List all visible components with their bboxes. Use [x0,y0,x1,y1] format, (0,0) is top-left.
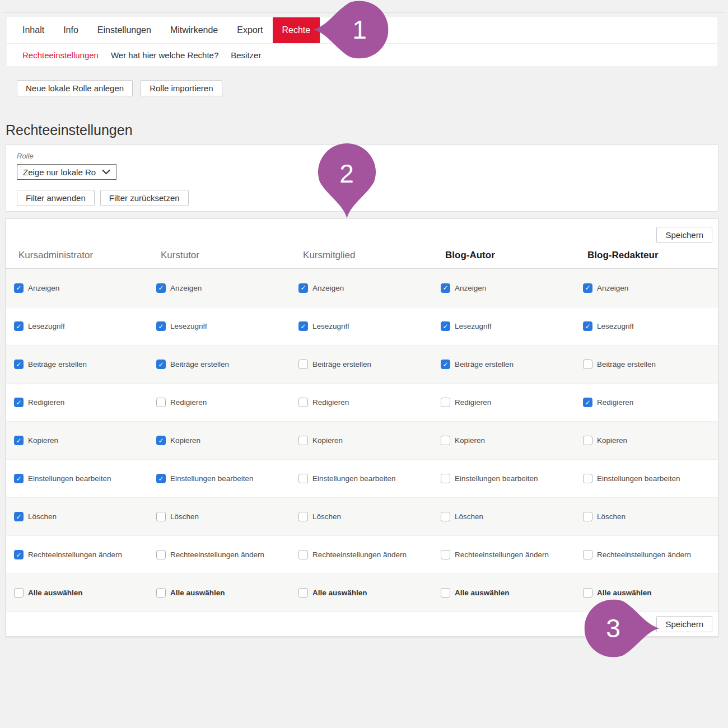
tab-info[interactable]: Info [54,17,88,43]
permission-checkbox[interactable]: ✓ [156,436,166,445]
permission-checkbox[interactable] [298,360,308,369]
permission-checkbox[interactable] [441,474,450,483]
permission-checkbox[interactable]: ✓ [156,474,166,483]
permission-checkbox[interactable]: ✓ [14,321,24,331]
permission-cell: Löschen [440,498,582,535]
permission-label: Alle auswählen [455,589,510,597]
permission-label: Einstellungen bearbeiten [597,474,680,483]
permission-label: Anzeigen [170,284,202,292]
permission-checkbox[interactable] [298,512,308,521]
permission-label: Anzeigen [312,284,344,292]
permission-label: Beiträge erstellen [28,360,87,368]
subtab-rechteeinstellungen[interactable]: Rechteeinstellungen [16,50,105,60]
page-title: Rechteeinstellungen [6,122,133,138]
permission-cell: ✓Anzeigen [297,269,440,307]
permission-checkbox[interactable]: ✓ [14,436,24,445]
permission-checkbox[interactable] [441,398,450,407]
permission-label: Anzeigen [597,284,628,292]
permission-checkbox[interactable]: ✓ [156,321,166,331]
permission-cell: Löschen [155,498,297,535]
permission-cell: Rechteeinstellungen ändern [440,536,582,573]
tab-export[interactable]: Export [227,17,272,43]
column-header-row: KursadministratorKurstutorKursmitgliedBl… [6,243,718,269]
permission-label: Einstellungen bearbeiten [312,474,396,483]
permission-checkbox[interactable] [298,474,308,483]
permission-checkbox[interactable] [298,588,308,598]
permission-checkbox[interactable]: ✓ [14,512,24,521]
permission-checkbox[interactable]: ✓ [583,283,592,293]
permission-checkbox[interactable] [441,512,450,521]
permission-cell: ✓Löschen [13,498,155,535]
tab-inhalt[interactable]: Inhalt [13,17,54,43]
column-header: Blog-Autor [440,250,582,261]
permission-cell: Einstellungen bearbeiten [582,460,724,497]
permission-checkbox[interactable] [156,550,166,559]
permission-cell: Alle auswählen [13,574,155,612]
role-select[interactable]: Zeige nur lokale Ro [17,164,116,180]
permission-checkbox[interactable] [583,436,592,445]
permission-label: Anzeigen [455,284,486,292]
filter-panel: Rolle Zeige nur lokale Ro Filter anwende… [6,144,718,212]
permission-checkbox[interactable]: ✓ [441,283,450,293]
permission-label: Einstellungen bearbeiten [170,474,254,483]
permission-checkbox[interactable]: ✓ [156,360,166,369]
permission-checkbox[interactable] [441,550,450,559]
permission-label: Anzeigen [28,284,59,292]
tab-rechte[interactable]: Rechte [273,17,320,43]
permission-checkbox[interactable] [156,512,166,521]
permission-checkbox[interactable] [14,588,24,598]
permission-checkbox[interactable] [583,512,592,521]
permission-label: Einstellungen bearbeiten [455,474,538,483]
permission-checkbox[interactable]: ✓ [441,321,450,331]
filter-reset-button[interactable]: Filter zurücksetzen [100,190,189,206]
save-button-top[interactable]: Speichern [656,227,712,243]
permission-label: Kopieren [597,436,627,445]
permission-checkbox[interactable]: ✓ [14,474,24,483]
permission-cell: ✓Einstellungen bearbeiten [13,460,155,497]
permission-checkbox[interactable]: ✓ [14,550,24,559]
permission-checkbox[interactable]: ✓ [441,360,450,369]
permission-checkbox[interactable]: ✓ [298,283,308,293]
permission-cell: Alle auswählen [297,574,440,612]
permission-checkbox[interactable]: ✓ [14,283,24,293]
permission-checkbox[interactable] [441,588,450,598]
save-button-bottom[interactable]: Speichern [656,616,712,632]
permission-checkbox[interactable]: ✓ [14,360,24,369]
permission-checkbox[interactable] [441,436,450,445]
permission-cell: ✓Beiträge erstellen [440,346,582,383]
subtab-besitzer[interactable]: Besitzer [225,50,267,60]
permission-cell: ✓Kopieren [13,422,155,459]
permission-cell: ✓Einstellungen bearbeiten [155,460,297,497]
permission-label: Lesezugriff [455,322,492,330]
permission-checkbox[interactable] [583,474,592,483]
permission-checkbox[interactable]: ✓ [298,321,308,331]
permission-checkbox[interactable] [583,550,592,559]
permission-checkbox[interactable] [298,550,308,559]
permission-label: Lesezugriff [597,322,634,330]
permission-cell: Redigieren [297,384,440,421]
permission-label: Rechteeinstellungen ändern [455,550,549,559]
permission-cell: Löschen [297,498,440,535]
tab-einstellungen[interactable]: Einstellungen [88,17,161,43]
permission-cell: Alle auswählen [440,574,582,612]
new-local-role-button[interactable]: Neue lokale Rolle anlegen [17,80,133,96]
tab-mitwirkende[interactable]: Mitwirkende [161,17,227,43]
permission-checkbox[interactable] [298,398,308,407]
permission-cell: Rechteeinstellungen ändern [297,536,440,573]
permission-label: Kopieren [312,436,343,445]
permission-cell: ✓Beiträge erstellen [13,346,155,383]
permission-checkbox[interactable] [583,588,592,598]
subtab-wer-hat-rechte[interactable]: Wer hat hier welche Rechte? [105,50,225,60]
permission-checkbox[interactable] [156,588,166,598]
permission-cell: Rechteeinstellungen ändern [155,536,297,573]
permission-cell: Kopieren [297,422,440,459]
permission-checkbox[interactable] [156,398,166,407]
permission-checkbox[interactable]: ✓ [583,321,592,331]
permission-checkbox[interactable]: ✓ [14,398,24,407]
permission-checkbox[interactable]: ✓ [583,398,592,407]
import-role-button[interactable]: Rolle importieren [141,80,222,96]
permission-checkbox[interactable] [583,360,592,369]
permission-checkbox[interactable] [298,436,308,445]
permission-checkbox[interactable]: ✓ [156,283,166,293]
filter-apply-button[interactable]: Filter anwenden [17,190,95,206]
